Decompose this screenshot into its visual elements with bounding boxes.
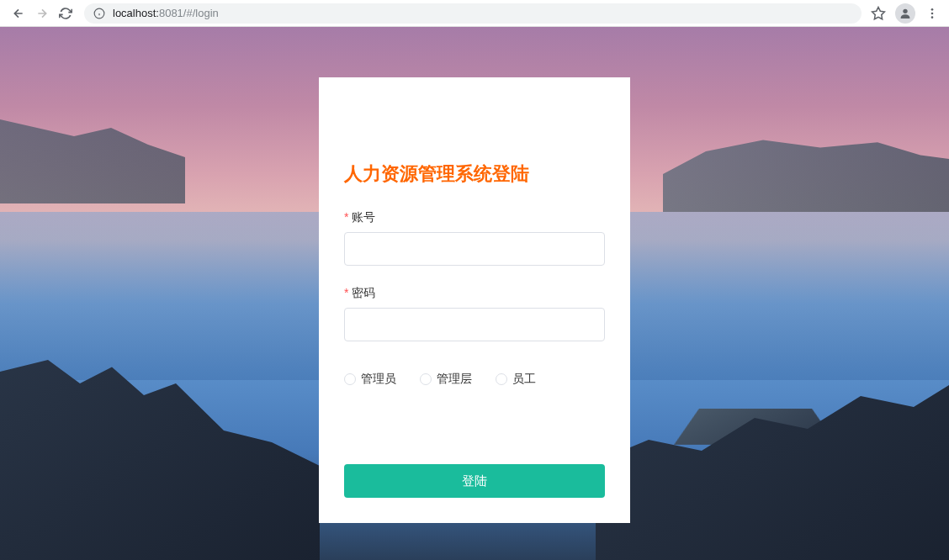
username-input[interactable] xyxy=(344,232,605,266)
radio-manager[interactable]: 管理层 xyxy=(420,372,472,387)
radio-circle-icon xyxy=(420,373,432,385)
browser-toolbar: localhost:8081/#/login xyxy=(0,0,949,27)
radio-circle-icon xyxy=(344,373,356,385)
radio-manager-label: 管理层 xyxy=(437,372,472,387)
reload-button[interactable] xyxy=(54,2,77,25)
svg-marker-3 xyxy=(872,7,885,18)
password-label: *密码 xyxy=(344,286,605,301)
address-bar[interactable]: localhost:8081/#/login xyxy=(84,3,862,24)
back-button[interactable] xyxy=(7,2,30,25)
svg-point-5 xyxy=(931,8,934,11)
forward-button[interactable] xyxy=(30,2,54,25)
svg-point-4 xyxy=(903,8,907,13)
page-content: 人力资源管理系统登陆 *账号 *密码 管理员 管理层 员 xyxy=(0,27,949,560)
radio-employee-label: 员工 xyxy=(512,372,536,387)
password-group: *密码 xyxy=(344,286,605,341)
username-group: *账号 xyxy=(344,210,605,266)
password-input[interactable] xyxy=(344,308,605,341)
star-icon[interactable] xyxy=(868,3,888,24)
radio-admin-label: 管理员 xyxy=(361,372,396,387)
info-icon xyxy=(93,7,106,20)
role-radio-group: 管理员 管理层 员工 xyxy=(344,372,605,387)
svg-point-7 xyxy=(931,16,934,18)
profile-icon[interactable] xyxy=(895,3,915,24)
svg-point-6 xyxy=(931,12,934,14)
radio-admin[interactable]: 管理员 xyxy=(344,372,396,387)
username-label: *账号 xyxy=(344,210,605,225)
login-panel: 人力资源管理系统登陆 *账号 *密码 管理员 管理层 员 xyxy=(319,77,630,523)
url-text: localhost:8081/#/login xyxy=(113,7,219,19)
radio-circle-icon xyxy=(496,373,507,385)
menu-icon[interactable] xyxy=(922,3,942,24)
login-button[interactable]: 登陆 xyxy=(344,464,605,498)
login-title: 人力资源管理系统登陆 xyxy=(344,161,605,187)
radio-employee[interactable]: 员工 xyxy=(496,372,536,387)
